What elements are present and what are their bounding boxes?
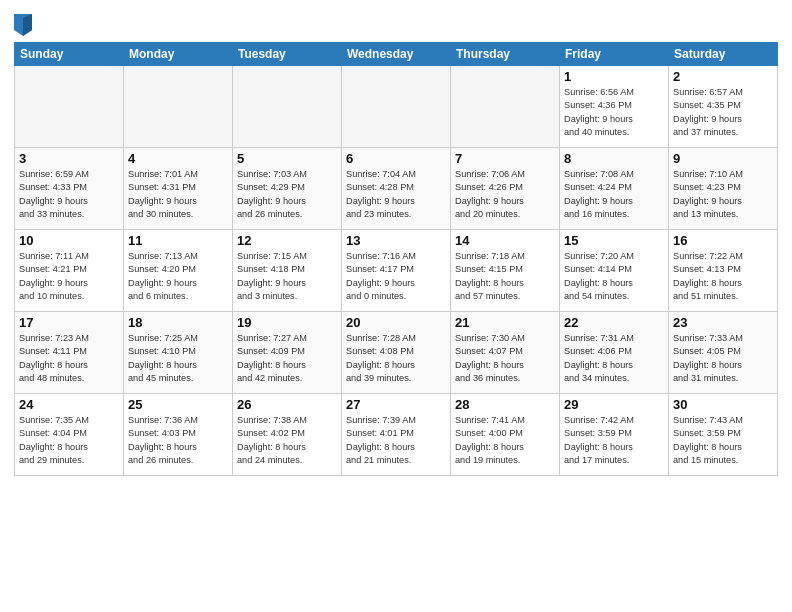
day-header-tuesday: Tuesday xyxy=(233,43,342,66)
day-info: Sunrise: 6:59 AM Sunset: 4:33 PM Dayligh… xyxy=(19,168,119,221)
day-number: 30 xyxy=(673,397,773,412)
calendar-cell xyxy=(451,66,560,148)
week-row-1: 3Sunrise: 6:59 AM Sunset: 4:33 PM Daylig… xyxy=(15,148,778,230)
calendar-cell: 25Sunrise: 7:36 AM Sunset: 4:03 PM Dayli… xyxy=(124,394,233,476)
calendar-cell: 14Sunrise: 7:18 AM Sunset: 4:15 PM Dayli… xyxy=(451,230,560,312)
day-info: Sunrise: 7:31 AM Sunset: 4:06 PM Dayligh… xyxy=(564,332,664,385)
day-info: Sunrise: 7:42 AM Sunset: 3:59 PM Dayligh… xyxy=(564,414,664,467)
day-header-monday: Monday xyxy=(124,43,233,66)
calendar-cell: 12Sunrise: 7:15 AM Sunset: 4:18 PM Dayli… xyxy=(233,230,342,312)
calendar-cell: 18Sunrise: 7:25 AM Sunset: 4:10 PM Dayli… xyxy=(124,312,233,394)
calendar-header-row: SundayMondayTuesdayWednesdayThursdayFrid… xyxy=(15,43,778,66)
day-info: Sunrise: 7:08 AM Sunset: 4:24 PM Dayligh… xyxy=(564,168,664,221)
day-number: 17 xyxy=(19,315,119,330)
day-info: Sunrise: 7:28 AM Sunset: 4:08 PM Dayligh… xyxy=(346,332,446,385)
calendar-cell: 23Sunrise: 7:33 AM Sunset: 4:05 PM Dayli… xyxy=(669,312,778,394)
day-info: Sunrise: 7:13 AM Sunset: 4:20 PM Dayligh… xyxy=(128,250,228,303)
calendar-cell: 7Sunrise: 7:06 AM Sunset: 4:26 PM Daylig… xyxy=(451,148,560,230)
day-number: 19 xyxy=(237,315,337,330)
day-info: Sunrise: 7:16 AM Sunset: 4:17 PM Dayligh… xyxy=(346,250,446,303)
calendar-table: SundayMondayTuesdayWednesdayThursdayFrid… xyxy=(14,42,778,476)
day-info: Sunrise: 7:03 AM Sunset: 4:29 PM Dayligh… xyxy=(237,168,337,221)
calendar-cell xyxy=(124,66,233,148)
calendar-cell xyxy=(233,66,342,148)
calendar-cell: 30Sunrise: 7:43 AM Sunset: 3:59 PM Dayli… xyxy=(669,394,778,476)
day-info: Sunrise: 7:10 AM Sunset: 4:23 PM Dayligh… xyxy=(673,168,773,221)
day-number: 20 xyxy=(346,315,446,330)
calendar-cell: 6Sunrise: 7:04 AM Sunset: 4:28 PM Daylig… xyxy=(342,148,451,230)
week-row-0: 1Sunrise: 6:56 AM Sunset: 4:36 PM Daylig… xyxy=(15,66,778,148)
day-info: Sunrise: 7:04 AM Sunset: 4:28 PM Dayligh… xyxy=(346,168,446,221)
calendar-cell: 27Sunrise: 7:39 AM Sunset: 4:01 PM Dayli… xyxy=(342,394,451,476)
day-number: 29 xyxy=(564,397,664,412)
calendar-cell: 26Sunrise: 7:38 AM Sunset: 4:02 PM Dayli… xyxy=(233,394,342,476)
day-info: Sunrise: 7:39 AM Sunset: 4:01 PM Dayligh… xyxy=(346,414,446,467)
day-number: 11 xyxy=(128,233,228,248)
logo-icon xyxy=(14,14,32,36)
day-number: 2 xyxy=(673,69,773,84)
day-number: 18 xyxy=(128,315,228,330)
calendar-cell: 22Sunrise: 7:31 AM Sunset: 4:06 PM Dayli… xyxy=(560,312,669,394)
calendar-cell: 5Sunrise: 7:03 AM Sunset: 4:29 PM Daylig… xyxy=(233,148,342,230)
calendar-cell: 10Sunrise: 7:11 AM Sunset: 4:21 PM Dayli… xyxy=(15,230,124,312)
calendar-cell: 16Sunrise: 7:22 AM Sunset: 4:13 PM Dayli… xyxy=(669,230,778,312)
calendar-cell: 24Sunrise: 7:35 AM Sunset: 4:04 PM Dayli… xyxy=(15,394,124,476)
header xyxy=(14,10,778,36)
day-number: 12 xyxy=(237,233,337,248)
calendar-cell: 28Sunrise: 7:41 AM Sunset: 4:00 PM Dayli… xyxy=(451,394,560,476)
day-number: 9 xyxy=(673,151,773,166)
day-header-thursday: Thursday xyxy=(451,43,560,66)
day-info: Sunrise: 7:27 AM Sunset: 4:09 PM Dayligh… xyxy=(237,332,337,385)
day-number: 10 xyxy=(19,233,119,248)
day-number: 4 xyxy=(128,151,228,166)
day-number: 5 xyxy=(237,151,337,166)
calendar-cell: 15Sunrise: 7:20 AM Sunset: 4:14 PM Dayli… xyxy=(560,230,669,312)
day-number: 23 xyxy=(673,315,773,330)
week-row-3: 17Sunrise: 7:23 AM Sunset: 4:11 PM Dayli… xyxy=(15,312,778,394)
calendar-cell: 11Sunrise: 7:13 AM Sunset: 4:20 PM Dayli… xyxy=(124,230,233,312)
calendar-cell xyxy=(342,66,451,148)
day-info: Sunrise: 6:57 AM Sunset: 4:35 PM Dayligh… xyxy=(673,86,773,139)
day-number: 1 xyxy=(564,69,664,84)
day-info: Sunrise: 7:30 AM Sunset: 4:07 PM Dayligh… xyxy=(455,332,555,385)
day-number: 28 xyxy=(455,397,555,412)
calendar-cell: 21Sunrise: 7:30 AM Sunset: 4:07 PM Dayli… xyxy=(451,312,560,394)
day-header-friday: Friday xyxy=(560,43,669,66)
day-number: 6 xyxy=(346,151,446,166)
logo xyxy=(14,14,36,36)
day-number: 13 xyxy=(346,233,446,248)
day-info: Sunrise: 7:11 AM Sunset: 4:21 PM Dayligh… xyxy=(19,250,119,303)
calendar-cell xyxy=(15,66,124,148)
calendar-cell: 4Sunrise: 7:01 AM Sunset: 4:31 PM Daylig… xyxy=(124,148,233,230)
day-header-saturday: Saturday xyxy=(669,43,778,66)
day-info: Sunrise: 7:38 AM Sunset: 4:02 PM Dayligh… xyxy=(237,414,337,467)
week-row-2: 10Sunrise: 7:11 AM Sunset: 4:21 PM Dayli… xyxy=(15,230,778,312)
day-info: Sunrise: 7:25 AM Sunset: 4:10 PM Dayligh… xyxy=(128,332,228,385)
day-number: 27 xyxy=(346,397,446,412)
calendar-cell: 13Sunrise: 7:16 AM Sunset: 4:17 PM Dayli… xyxy=(342,230,451,312)
day-header-wednesday: Wednesday xyxy=(342,43,451,66)
day-info: Sunrise: 7:23 AM Sunset: 4:11 PM Dayligh… xyxy=(19,332,119,385)
day-info: Sunrise: 7:36 AM Sunset: 4:03 PM Dayligh… xyxy=(128,414,228,467)
day-info: Sunrise: 7:33 AM Sunset: 4:05 PM Dayligh… xyxy=(673,332,773,385)
day-number: 24 xyxy=(19,397,119,412)
day-info: Sunrise: 7:01 AM Sunset: 4:31 PM Dayligh… xyxy=(128,168,228,221)
day-number: 22 xyxy=(564,315,664,330)
calendar-page: SundayMondayTuesdayWednesdayThursdayFrid… xyxy=(0,0,792,612)
day-number: 26 xyxy=(237,397,337,412)
day-number: 14 xyxy=(455,233,555,248)
day-info: Sunrise: 7:41 AM Sunset: 4:00 PM Dayligh… xyxy=(455,414,555,467)
day-info: Sunrise: 6:56 AM Sunset: 4:36 PM Dayligh… xyxy=(564,86,664,139)
day-header-sunday: Sunday xyxy=(15,43,124,66)
day-info: Sunrise: 7:35 AM Sunset: 4:04 PM Dayligh… xyxy=(19,414,119,467)
day-number: 16 xyxy=(673,233,773,248)
calendar-cell: 2Sunrise: 6:57 AM Sunset: 4:35 PM Daylig… xyxy=(669,66,778,148)
day-info: Sunrise: 7:15 AM Sunset: 4:18 PM Dayligh… xyxy=(237,250,337,303)
calendar-cell: 1Sunrise: 6:56 AM Sunset: 4:36 PM Daylig… xyxy=(560,66,669,148)
calendar-cell: 9Sunrise: 7:10 AM Sunset: 4:23 PM Daylig… xyxy=(669,148,778,230)
calendar-cell: 17Sunrise: 7:23 AM Sunset: 4:11 PM Dayli… xyxy=(15,312,124,394)
day-number: 15 xyxy=(564,233,664,248)
day-number: 21 xyxy=(455,315,555,330)
day-number: 8 xyxy=(564,151,664,166)
day-info: Sunrise: 7:22 AM Sunset: 4:13 PM Dayligh… xyxy=(673,250,773,303)
